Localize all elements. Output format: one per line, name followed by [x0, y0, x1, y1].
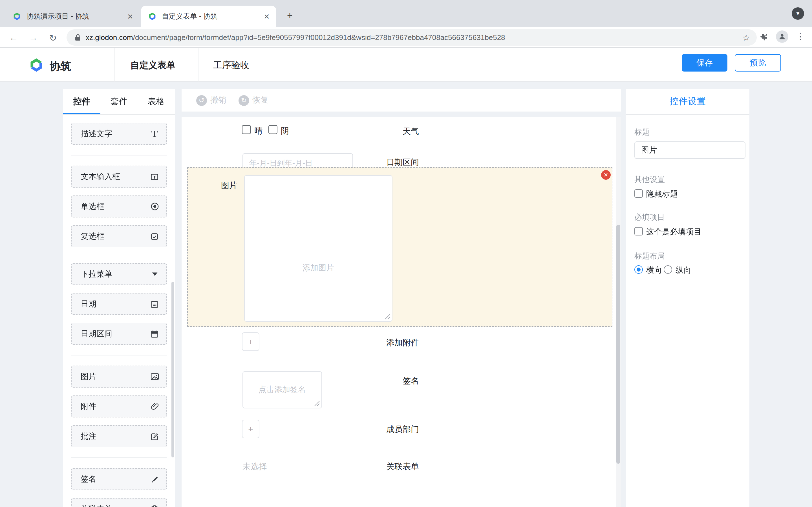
weather-checkbox-cloudy[interactable] [268, 125, 277, 134]
redo-icon[interactable]: ↻ [239, 95, 249, 106]
field-label-signature: 签名 [403, 376, 419, 386]
control-item-label: 下拉菜单 [81, 269, 112, 279]
url-host: xz.glodon.com [86, 33, 133, 42]
tab-title: 协筑演示项目 - 协筑 [27, 11, 125, 21]
layout-vertical-radio[interactable] [664, 265, 672, 274]
other-settings-label: 其他设置 [635, 175, 665, 185]
related-form-icon [149, 504, 160, 507]
tab-search-menu-button[interactable]: ▼ [792, 7, 804, 20]
weather-option-cloudy: 阴 [281, 126, 289, 136]
signature-icon [149, 474, 160, 484]
control-item-checkbox[interactable]: 复选框 [71, 225, 167, 247]
delete-field-button[interactable]: ✕ [601, 170, 611, 180]
calendar-icon [149, 299, 160, 309]
layout-vertical-option: 纵向 [675, 265, 691, 276]
control-item-related-form[interactable]: 关联表单 [71, 498, 167, 507]
reload-button[interactable]: ↻ [46, 31, 60, 45]
tab-close-icon[interactable]: ✕ [125, 11, 135, 21]
required-checkbox[interactable] [635, 227, 643, 235]
control-item-label: 文本输入框 [81, 172, 120, 182]
title-setting-input[interactable] [635, 142, 746, 159]
header-form-name: 工序验收 [213, 60, 249, 71]
resize-handle-icon[interactable] [385, 314, 390, 320]
hide-title-option: 隐藏标题 [646, 189, 678, 200]
selected-field-image[interactable]: 图片 添加图片 ✕ [187, 167, 612, 327]
input-text-icon: T [149, 172, 160, 182]
field-label-image: 图片 [221, 180, 238, 191]
list-divider [71, 155, 167, 156]
weather-option-sunny: 晴 [254, 126, 262, 136]
control-item-text-input[interactable]: 文本输入框 T [71, 166, 167, 187]
add-attachment-button[interactable]: + [242, 332, 259, 351]
annotate-icon [149, 431, 160, 441]
preview-button[interactable]: 预览 [735, 54, 781, 71]
control-item-label: 关联表单 [81, 504, 112, 507]
control-item-signature[interactable]: 签名 [71, 468, 167, 490]
control-item-radio[interactable]: 单选框 [71, 195, 167, 217]
settings-panel: 控件设置 标题 其他设置 隐藏标题 必填项目 这个是必填项目 标题布局 横向 纵… [626, 89, 749, 507]
tab-kits[interactable]: 套件 [100, 89, 138, 114]
control-item-image[interactable]: 图片 [71, 365, 167, 388]
control-item-date[interactable]: 日期 [71, 293, 167, 315]
form-canvas: 天气 晴 阴 日期区间 图片 添加图片 ✕ 添加附件 + 签名 点击添加签名 [182, 117, 621, 507]
tab-title: 自定义表单 - 协筑 [162, 11, 262, 21]
field-label-member: 成员部门 [386, 424, 419, 435]
url-bar[interactable]: xz.glodon.com/document/page/form/formdef… [66, 29, 757, 46]
save-button[interactable]: 保存 [682, 54, 727, 71]
control-item-date-range[interactable]: 日期区间 [71, 323, 167, 345]
browser-tab-inactive[interactable]: 协筑演示项目 - 协筑 ✕ [6, 6, 140, 27]
control-list: 描述文字 T 文本输入框 T 单选框 复选框 [63, 115, 175, 507]
control-item-annotation[interactable]: 批注 [71, 425, 167, 447]
extensions-puzzle-icon[interactable] [759, 33, 768, 42]
panel-title: 控件设置 [626, 89, 749, 115]
control-item-label: 描述文字 [81, 129, 112, 139]
control-item-label: 单选框 [81, 202, 104, 212]
header-divider [198, 48, 199, 82]
image-placeholder: 添加图片 [245, 263, 392, 273]
image-icon [149, 372, 160, 382]
field-label-date-range: 日期区间 [386, 157, 419, 168]
browser-tab-active[interactable]: 自定义表单 - 协筑 ✕ [141, 6, 276, 27]
layout-horizontal-radio[interactable] [635, 265, 643, 274]
active-tab-underline [63, 113, 100, 114]
canvas-scrollbar[interactable] [616, 225, 620, 464]
resize-handle-icon[interactable] [314, 400, 320, 406]
undo-icon[interactable]: ↺ [196, 95, 207, 106]
bookmark-star-icon[interactable]: ☆ [742, 33, 750, 43]
sidebar-scrollbar[interactable] [171, 282, 174, 457]
related-form-value[interactable]: 未选择 [243, 461, 267, 472]
checkbox-icon [149, 231, 160, 241]
dropdown-icon [149, 269, 160, 279]
control-item-dropdown[interactable]: 下拉菜单 [71, 263, 167, 285]
new-tab-button[interactable]: + [282, 8, 298, 24]
hide-title-checkbox[interactable] [635, 189, 643, 198]
calendar-range-icon [149, 329, 160, 339]
logo-text: 协筑 [50, 59, 71, 74]
control-item-label: 日期 [81, 299, 96, 309]
redo-label[interactable]: 恢复 [253, 95, 268, 105]
text-icon: T [149, 129, 160, 139]
list-divider [71, 355, 167, 355]
back-button[interactable]: ← [6, 31, 21, 45]
browser-menu-icon[interactable]: ⋮ [796, 32, 805, 42]
field-label-weather: 天气 [403, 126, 419, 137]
control-item-description-text[interactable]: 描述文字 T [71, 123, 167, 145]
profile-avatar[interactable] [776, 31, 788, 43]
forward-button[interactable]: → [26, 31, 41, 45]
xiezhu-favicon-icon [12, 12, 21, 21]
list-divider [71, 457, 167, 458]
tab-controls[interactable]: 控件 [63, 89, 100, 114]
signature-box[interactable]: 点击添加签名 [243, 371, 322, 408]
header-divider [114, 48, 115, 82]
url-text: xz.glodon.com/document/page/form/formdef… [86, 33, 505, 42]
add-member-button[interactable]: + [242, 420, 259, 438]
image-upload-box[interactable]: 添加图片 [244, 175, 393, 322]
control-item-attachment[interactable]: 附件 [71, 395, 167, 417]
undo-label[interactable]: 撤销 [210, 95, 226, 105]
tab-close-icon[interactable]: ✕ [262, 11, 272, 21]
browser-tab-strip: 协筑演示项目 - 协筑 ✕ 自定义表单 - 协筑 ✕ + ▼ [0, 0, 812, 27]
weather-checkbox-sunny[interactable] [242, 125, 251, 134]
field-label-attachment: 添加附件 [386, 337, 419, 348]
tab-tables[interactable]: 表格 [138, 89, 175, 114]
control-item-label: 复选框 [81, 231, 104, 241]
